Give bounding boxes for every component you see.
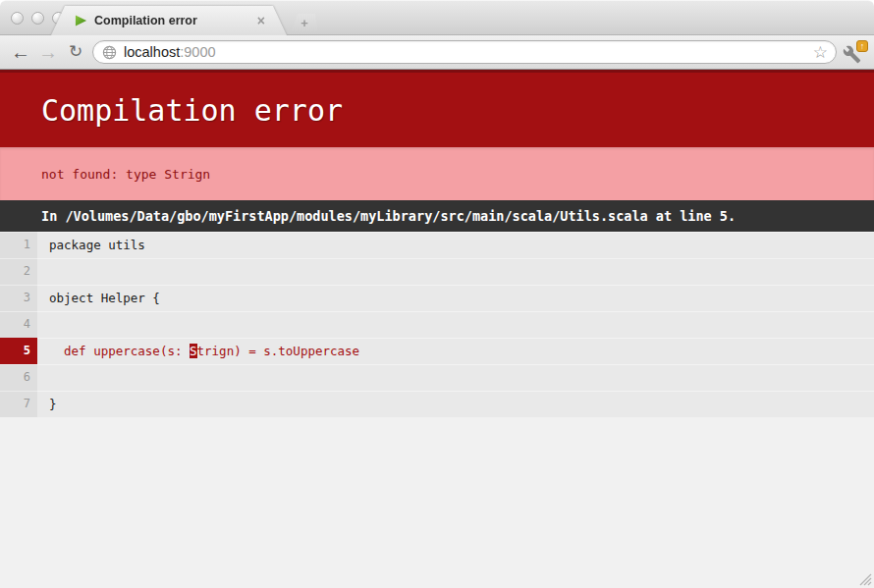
code-line: 4 bbox=[0, 311, 874, 338]
window-minimize-button[interactable] bbox=[31, 12, 44, 25]
browser-toolbar: ← → ↻ localhost:9000 ☆ ↑ bbox=[0, 35, 874, 70]
forward-icon[interactable]: → bbox=[35, 38, 61, 66]
line-number: 1 bbox=[0, 232, 37, 258]
error-message: not found: type Strign bbox=[0, 147, 874, 200]
play-favicon-icon bbox=[75, 14, 87, 27]
address-bar[interactable]: localhost:9000 ☆ bbox=[92, 40, 837, 64]
page-title: Compilation error bbox=[0, 70, 874, 147]
line-code: object Helper { bbox=[37, 285, 160, 311]
line-code: def uppercase(s: Strign) = s.toUppercase bbox=[37, 338, 359, 364]
line-code bbox=[37, 258, 49, 285]
line-number: 7 bbox=[0, 391, 37, 417]
line-code: package utils bbox=[37, 232, 145, 258]
line-number: 4 bbox=[0, 311, 37, 338]
bookmark-star-icon[interactable]: ☆ bbox=[813, 44, 828, 61]
tab-close-icon[interactable]: × bbox=[257, 14, 265, 27]
update-badge: ↑ bbox=[856, 40, 868, 52]
line-number: 2 bbox=[0, 258, 37, 285]
back-icon[interactable]: ← bbox=[8, 38, 33, 66]
line-code bbox=[37, 311, 49, 338]
code-line: 3object Helper { bbox=[0, 285, 874, 311]
reload-icon[interactable]: ↻ bbox=[63, 38, 88, 66]
new-tab-button[interactable]: + bbox=[291, 14, 318, 31]
code-line: 7} bbox=[0, 391, 874, 417]
resize-grip-icon[interactable] bbox=[857, 571, 872, 586]
page-background bbox=[0, 417, 874, 588]
menu-wrench-button[interactable]: ↑ bbox=[843, 42, 868, 64]
line-number: 3 bbox=[0, 285, 37, 311]
tab-strip: Compilation error × + bbox=[0, 0, 874, 35]
code-listing: 1package utils23object Helper {45 def up… bbox=[0, 232, 874, 417]
new-tab-icon: + bbox=[300, 17, 308, 29]
tab-compilation-error[interactable]: Compilation error × bbox=[51, 6, 287, 35]
line-code: } bbox=[37, 391, 57, 417]
code-line-error: 5 def uppercase(s: Strign) = s.toUpperca… bbox=[0, 338, 874, 364]
line-number: 6 bbox=[0, 364, 37, 391]
code-line: 6 bbox=[0, 364, 874, 391]
window-close-button[interactable] bbox=[11, 12, 24, 25]
url-host: localhost bbox=[124, 44, 180, 60]
globe-icon bbox=[102, 45, 117, 60]
code-line: 2 bbox=[0, 258, 874, 285]
url-port: :9000 bbox=[180, 44, 215, 60]
tab-title: Compilation error bbox=[94, 14, 249, 27]
line-number: 5 bbox=[0, 338, 37, 364]
browser-window: Compilation error × + ← → ↻ localhost:90… bbox=[0, 0, 874, 588]
line-code bbox=[37, 364, 49, 391]
error-marker: S bbox=[190, 344, 197, 358]
error-location: In /Volumes/Data/gbo/myFirstApp/modules/… bbox=[0, 200, 874, 232]
code-line: 1package utils bbox=[0, 232, 874, 258]
